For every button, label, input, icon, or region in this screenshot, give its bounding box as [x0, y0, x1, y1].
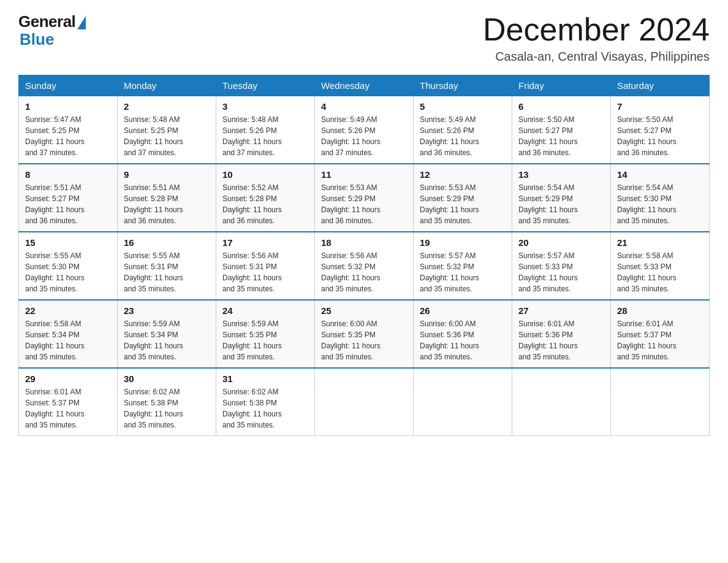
logo-general-text: General [18, 12, 75, 31]
table-row: 12Sunrise: 5:53 AMSunset: 5:29 PMDayligh… [414, 164, 512, 232]
day-info: Sunrise: 5:47 AMSunset: 5:25 PMDaylight:… [25, 114, 111, 158]
day-info: Sunrise: 5:49 AMSunset: 5:26 PMDaylight:… [321, 114, 407, 158]
day-info: Sunrise: 5:53 AMSunset: 5:29 PMDaylight:… [420, 182, 506, 226]
day-info: Sunrise: 6:00 AMSunset: 5:35 PMDaylight:… [321, 318, 407, 362]
table-row: 22Sunrise: 5:58 AMSunset: 5:34 PMDayligh… [19, 300, 118, 368]
day-number: 12 [420, 169, 506, 180]
col-thursday: Thursday [414, 75, 512, 96]
table-row: 25Sunrise: 6:00 AMSunset: 5:35 PMDayligh… [315, 300, 414, 368]
day-number: 6 [518, 101, 604, 112]
day-number: 31 [222, 373, 308, 384]
day-number: 8 [25, 169, 111, 180]
table-row: 30Sunrise: 6:02 AMSunset: 5:38 PMDayligh… [118, 368, 216, 436]
table-row [611, 368, 710, 436]
col-sunday: Sunday [19, 75, 118, 96]
day-number: 24 [222, 305, 308, 316]
day-number: 26 [420, 305, 506, 316]
day-number: 13 [518, 169, 604, 180]
day-info: Sunrise: 5:50 AMSunset: 5:27 PMDaylight:… [617, 114, 703, 158]
day-number: 23 [124, 305, 210, 316]
calendar-week-row: 8Sunrise: 5:51 AMSunset: 5:27 PMDaylight… [19, 164, 710, 232]
day-info: Sunrise: 5:50 AMSunset: 5:27 PMDaylight:… [518, 114, 604, 158]
day-info: Sunrise: 6:02 AMSunset: 5:38 PMDaylight:… [124, 386, 210, 431]
day-number: 27 [518, 305, 604, 316]
calendar-week-row: 29Sunrise: 6:01 AMSunset: 5:37 PMDayligh… [19, 368, 710, 436]
day-number: 28 [617, 305, 703, 316]
table-row: 29Sunrise: 6:01 AMSunset: 5:37 PMDayligh… [19, 368, 118, 436]
day-number: 19 [420, 237, 506, 248]
day-info: Sunrise: 5:48 AMSunset: 5:26 PMDaylight:… [222, 114, 308, 158]
table-row: 16Sunrise: 5:55 AMSunset: 5:31 PMDayligh… [118, 232, 216, 300]
table-row: 3Sunrise: 5:48 AMSunset: 5:26 PMDaylight… [216, 96, 315, 164]
calendar-week-row: 1Sunrise: 5:47 AMSunset: 5:25 PMDaylight… [19, 96, 710, 164]
month-title: December 2024 [483, 12, 710, 47]
table-row: 23Sunrise: 5:59 AMSunset: 5:34 PMDayligh… [118, 300, 216, 368]
day-number: 4 [321, 101, 407, 112]
table-row: 5Sunrise: 5:49 AMSunset: 5:26 PMDaylight… [414, 96, 512, 164]
day-number: 2 [124, 101, 210, 112]
day-number: 29 [25, 373, 111, 384]
day-number: 18 [321, 237, 407, 248]
day-info: Sunrise: 5:56 AMSunset: 5:32 PMDaylight:… [321, 250, 407, 294]
table-row: 13Sunrise: 5:54 AMSunset: 5:29 PMDayligh… [512, 164, 611, 232]
day-info: Sunrise: 5:48 AMSunset: 5:25 PMDaylight:… [124, 114, 210, 158]
table-row: 24Sunrise: 5:59 AMSunset: 5:35 PMDayligh… [216, 300, 315, 368]
logo-triangle-icon [77, 16, 86, 29]
day-info: Sunrise: 5:58 AMSunset: 5:33 PMDaylight:… [617, 250, 703, 294]
location-subtitle: Casala-an, Central Visayas, Philippines [483, 50, 710, 64]
table-row: 27Sunrise: 6:01 AMSunset: 5:36 PMDayligh… [512, 300, 611, 368]
day-number: 16 [124, 237, 210, 248]
day-number: 5 [420, 101, 506, 112]
day-number: 25 [321, 305, 407, 316]
table-row: 14Sunrise: 5:54 AMSunset: 5:30 PMDayligh… [611, 164, 710, 232]
table-row: 6Sunrise: 5:50 AMSunset: 5:27 PMDaylight… [512, 96, 611, 164]
table-row: 11Sunrise: 5:53 AMSunset: 5:29 PMDayligh… [315, 164, 414, 232]
day-number: 21 [617, 237, 703, 248]
logo-blue-text: Blue [20, 30, 54, 49]
table-row [512, 368, 611, 436]
table-row: 8Sunrise: 5:51 AMSunset: 5:27 PMDaylight… [19, 164, 118, 232]
table-row: 19Sunrise: 5:57 AMSunset: 5:32 PMDayligh… [414, 232, 512, 300]
table-row: 1Sunrise: 5:47 AMSunset: 5:25 PMDaylight… [19, 96, 118, 164]
col-saturday: Saturday [611, 75, 710, 96]
calendar-table: Sunday Monday Tuesday Wednesday Thursday… [18, 75, 710, 436]
day-number: 30 [124, 373, 210, 384]
day-info: Sunrise: 5:57 AMSunset: 5:33 PMDaylight:… [518, 250, 604, 294]
day-info: Sunrise: 5:54 AMSunset: 5:30 PMDaylight:… [617, 182, 703, 226]
day-info: Sunrise: 6:01 AMSunset: 5:37 PMDaylight:… [25, 386, 111, 431]
table-row [414, 368, 512, 436]
table-row [315, 368, 414, 436]
day-number: 10 [222, 169, 308, 180]
day-number: 20 [518, 237, 604, 248]
day-info: Sunrise: 6:01 AMSunset: 5:37 PMDaylight:… [617, 318, 703, 362]
day-info: Sunrise: 5:59 AMSunset: 5:34 PMDaylight:… [124, 318, 210, 362]
day-info: Sunrise: 5:58 AMSunset: 5:34 PMDaylight:… [25, 318, 111, 362]
table-row: 10Sunrise: 5:52 AMSunset: 5:28 PMDayligh… [216, 164, 315, 232]
col-wednesday: Wednesday [315, 75, 414, 96]
day-info: Sunrise: 5:55 AMSunset: 5:30 PMDaylight:… [25, 250, 111, 294]
day-info: Sunrise: 6:00 AMSunset: 5:36 PMDaylight:… [420, 318, 506, 362]
table-row: 21Sunrise: 5:58 AMSunset: 5:33 PMDayligh… [611, 232, 710, 300]
day-info: Sunrise: 5:57 AMSunset: 5:32 PMDaylight:… [420, 250, 506, 294]
table-row: 17Sunrise: 5:56 AMSunset: 5:31 PMDayligh… [216, 232, 315, 300]
day-info: Sunrise: 5:53 AMSunset: 5:29 PMDaylight:… [321, 182, 407, 226]
day-info: Sunrise: 5:59 AMSunset: 5:35 PMDaylight:… [222, 318, 308, 362]
title-block: December 2024 Casala-an, Central Visayas… [483, 12, 710, 64]
page-header: General Blue December 2024 Casala-an, Ce… [18, 12, 710, 64]
day-info: Sunrise: 5:49 AMSunset: 5:26 PMDaylight:… [420, 114, 506, 158]
header-row: Sunday Monday Tuesday Wednesday Thursday… [19, 75, 710, 96]
day-info: Sunrise: 6:01 AMSunset: 5:36 PMDaylight:… [518, 318, 604, 362]
day-number: 3 [222, 101, 308, 112]
table-row: 4Sunrise: 5:49 AMSunset: 5:26 PMDaylight… [315, 96, 414, 164]
calendar-week-row: 15Sunrise: 5:55 AMSunset: 5:30 PMDayligh… [19, 232, 710, 300]
table-row: 18Sunrise: 5:56 AMSunset: 5:32 PMDayligh… [315, 232, 414, 300]
col-monday: Monday [118, 75, 216, 96]
table-row: 20Sunrise: 5:57 AMSunset: 5:33 PMDayligh… [512, 232, 611, 300]
table-row: 26Sunrise: 6:00 AMSunset: 5:36 PMDayligh… [414, 300, 512, 368]
day-number: 9 [124, 169, 210, 180]
day-info: Sunrise: 5:51 AMSunset: 5:28 PMDaylight:… [124, 182, 210, 226]
table-row: 7Sunrise: 5:50 AMSunset: 5:27 PMDaylight… [611, 96, 710, 164]
day-number: 1 [25, 101, 111, 112]
day-info: Sunrise: 5:51 AMSunset: 5:27 PMDaylight:… [25, 182, 111, 226]
day-number: 17 [222, 237, 308, 248]
